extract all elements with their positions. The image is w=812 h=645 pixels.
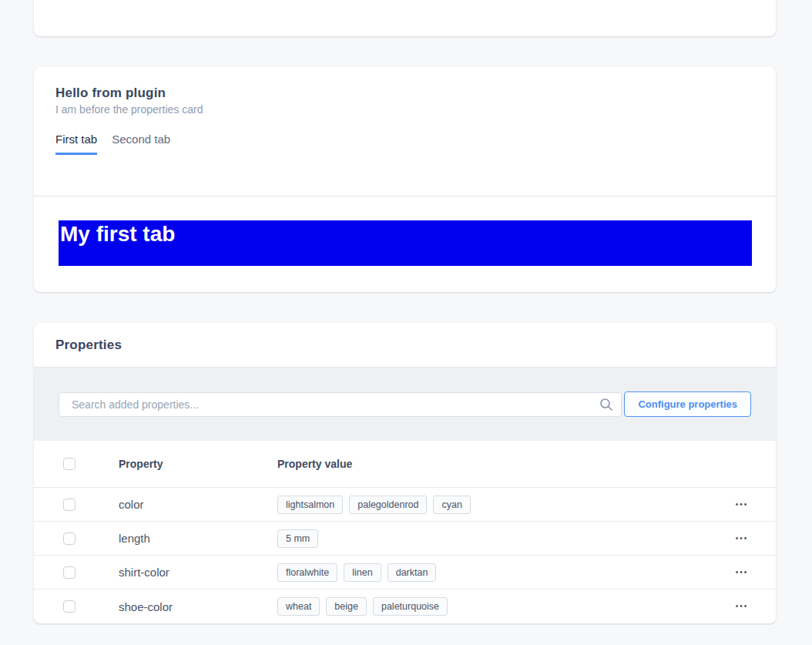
property-value-chip: palegoldenrod <box>349 496 427 514</box>
search-icon[interactable] <box>599 398 613 412</box>
property-name-cell: shoe-color <box>119 600 277 613</box>
property-value-cell: lightsalmonpalegoldenrodcyan <box>277 496 708 514</box>
row-checkbox[interactable] <box>63 499 75 511</box>
property-value-cell: floralwhitelinendarktan <box>277 563 708 582</box>
properties-card-title: Properties <box>55 338 122 353</box>
plugin-card-title: Hello from plugin <box>55 86 754 101</box>
properties-card: Properties Configure properties Property… <box>34 323 776 623</box>
column-header-property: Property <box>119 458 277 470</box>
table-row: length 5 mm <box>34 522 776 556</box>
properties-toolbar: Configure properties <box>34 368 776 441</box>
column-header-property-value: Property value <box>277 458 708 470</box>
row-checkbox[interactable] <box>63 532 75 545</box>
table-header-row: Property Property value <box>34 441 776 488</box>
table-body: color lightsalmonpalegoldenrodcyan lengt… <box>34 488 776 623</box>
tab-second[interactable]: Second tab <box>112 133 170 155</box>
property-value-chip: beige <box>326 597 367 616</box>
table-row: shirt-color floralwhitelinendarktan <box>34 556 776 590</box>
property-value-chip: darktan <box>388 563 437 582</box>
top-partial-card <box>34 0 776 36</box>
property-name-cell: shirt-color <box>119 566 277 579</box>
plugin-tabs: First tab Second tab <box>55 133 754 155</box>
property-value-chip: cyan <box>433 496 470 514</box>
table-row: color lightsalmonpalegoldenrodcyan <box>34 488 776 522</box>
row-checkbox[interactable] <box>63 566 75 579</box>
properties-card-header: Properties <box>34 323 776 368</box>
search-field-wrapper <box>59 392 622 417</box>
property-value-cell: 5 mm <box>277 529 708 548</box>
row-checkbox[interactable] <box>63 600 75 613</box>
first-tab-panel-banner: My first tab <box>59 220 752 266</box>
tab-first[interactable]: First tab <box>55 133 97 155</box>
property-value-chip: linen <box>344 563 381 582</box>
ellipsis-icon[interactable] <box>736 535 749 543</box>
property-value-chip: lightsalmon <box>277 496 343 514</box>
property-name-cell: color <box>119 498 277 511</box>
ellipsis-icon[interactable] <box>736 501 749 509</box>
property-value-chip: 5 mm <box>277 529 318 548</box>
property-value-chip: paleturquoise <box>373 597 448 616</box>
property-name-cell: length <box>119 532 277 545</box>
property-value-chip: wheat <box>277 597 320 616</box>
configure-properties-button[interactable]: Configure properties <box>624 391 751 417</box>
ellipsis-icon[interactable] <box>736 569 749 576</box>
plugin-card: Hello from plugin I am before the proper… <box>34 67 776 292</box>
select-all-checkbox[interactable] <box>63 458 75 470</box>
property-value-chip: floralwhite <box>277 563 337 582</box>
plugin-card-header: Hello from plugin I am before the proper… <box>34 67 776 197</box>
plugin-card-subtitle: I am before the properties card <box>55 103 754 116</box>
property-value-cell: wheatbeigepaleturquoise <box>277 597 708 616</box>
search-input[interactable] <box>59 392 622 417</box>
tab-panel: My first tab <box>34 197 776 266</box>
ellipsis-icon[interactable] <box>736 603 749 610</box>
table-row: shoe-color wheatbeigepaleturquoise <box>34 590 776 623</box>
